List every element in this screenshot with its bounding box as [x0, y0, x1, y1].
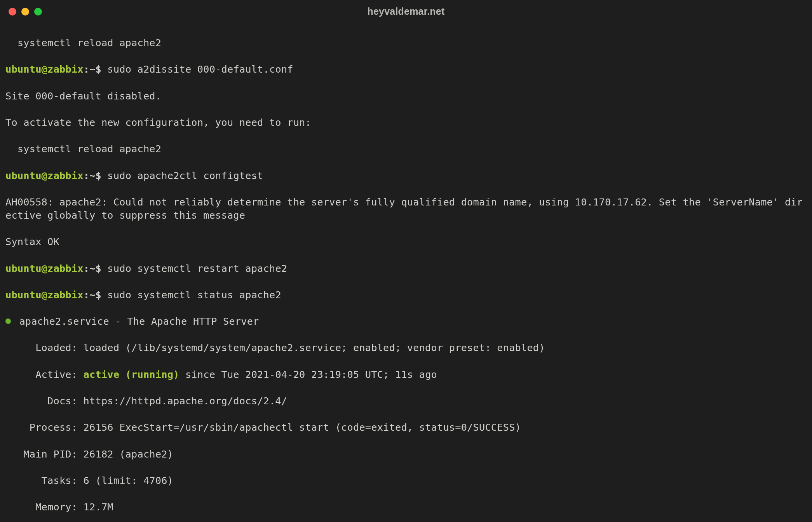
output-line: Syntax OK	[5, 235, 807, 249]
command-text: sudo systemctl status apache2	[101, 289, 281, 301]
service-active: Active: active (running) since Tue 2021-…	[5, 368, 807, 381]
active-status: active (running)	[84, 369, 179, 380]
minimize-icon[interactable]	[21, 8, 29, 16]
prompt-user: ubuntu	[5, 289, 42, 301]
prompt-host: zabbix	[47, 170, 84, 181]
output-line: To activate the new configuration, you n…	[5, 116, 807, 129]
prompt-dollar: $	[96, 64, 101, 75]
service-loaded: Loaded: loaded (/lib/systemd/system/apac…	[5, 341, 807, 355]
prompt-line: ubuntu@zabbix:~$ sudo apache2ctl configt…	[5, 169, 807, 183]
command-text: sudo apache2ctl configtest	[101, 170, 263, 181]
prompt-colon: :	[84, 64, 89, 75]
output-line: AH00558: apache2: Could not reliably det…	[5, 196, 807, 222]
prompt-dollar: $	[96, 289, 101, 301]
prompt-dollar: $	[96, 263, 101, 274]
prompt-path: ~	[89, 289, 95, 301]
prompt-path: ~	[89, 170, 95, 181]
prompt-host: zabbix	[47, 263, 84, 274]
service-docs: Docs: https://httpd.apache.org/docs/2.4/	[5, 395, 807, 408]
prompt-colon: :	[84, 289, 89, 301]
prompt-line: ubuntu@zabbix:~$ sudo systemctl status a…	[5, 289, 807, 302]
prompt-host: zabbix	[47, 64, 84, 75]
prompt-colon: :	[84, 170, 89, 181]
prompt-at: @	[42, 64, 47, 75]
prompt-dollar: $	[96, 170, 101, 181]
close-icon[interactable]	[9, 8, 16, 16]
service-name: apache2.service - The Apache HTTP Server	[13, 316, 259, 327]
output-line: systemctl reload apache2	[5, 143, 807, 156]
command-text: sudo systemctl restart apache2	[101, 263, 287, 274]
command-text: sudo a2dissite 000-default.conf	[101, 64, 293, 75]
status-dot-icon	[5, 318, 11, 324]
prompt-path: ~	[89, 263, 95, 274]
prompt-line: ubuntu@zabbix:~$ sudo a2dissite 000-defa…	[5, 63, 807, 76]
prompt-at: @	[42, 263, 47, 274]
service-tasks: Tasks: 6 (limit: 4706)	[5, 474, 807, 487]
service-memory: Memory: 12.7M	[5, 501, 807, 514]
traffic-lights	[9, 8, 42, 16]
terminal-window: heyvaldemar.net systemctl reload apache2…	[0, 0, 812, 522]
active-label: Active:	[5, 369, 84, 380]
window-title: heyvaldemar.net	[0, 5, 812, 18]
prompt-at: @	[42, 170, 47, 181]
prompt-colon: :	[84, 263, 89, 274]
prompt-host: zabbix	[47, 289, 84, 301]
prompt-path: ~	[89, 64, 95, 75]
service-header: apache2.service - The Apache HTTP Server	[5, 315, 807, 328]
prompt-user: ubuntu	[5, 170, 42, 181]
service-process: Process: 26156 ExecStart=/usr/sbin/apach…	[5, 421, 807, 434]
output-line: Site 000-default disabled.	[5, 90, 807, 103]
output-line: systemctl reload apache2	[5, 37, 807, 50]
prompt-user: ubuntu	[5, 64, 42, 75]
maximize-icon[interactable]	[34, 8, 42, 16]
terminal-body[interactable]: systemctl reload apache2 ubuntu@zabbix:~…	[0, 23, 812, 522]
prompt-at: @	[42, 289, 47, 301]
prompt-user: ubuntu	[5, 263, 42, 274]
titlebar: heyvaldemar.net	[0, 0, 812, 23]
active-rest: since Tue 2021-04-20 23:19:05 UTC; 11s a…	[179, 369, 437, 380]
prompt-line: ubuntu@zabbix:~$ sudo systemctl restart …	[5, 262, 807, 275]
service-mainpid: Main PID: 26182 (apache2)	[5, 448, 807, 461]
